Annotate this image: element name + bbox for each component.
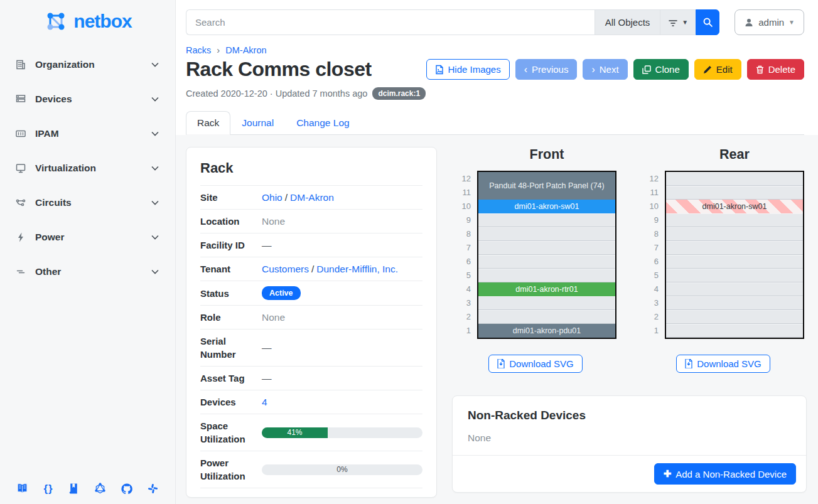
edit-button[interactable]: Edit bbox=[694, 59, 741, 80]
empty-rack-unit[interactable] bbox=[666, 310, 803, 324]
sidebar-item-circuits[interactable]: Circuits bbox=[9, 191, 166, 215]
journal-icon[interactable] bbox=[68, 483, 80, 495]
docs-book-icon[interactable] bbox=[16, 482, 29, 495]
attribute-link[interactable]: Dunder-Mifflin, Inc. bbox=[316, 264, 398, 274]
attribute-link[interactable]: DM-Akron bbox=[290, 192, 334, 203]
unit-number: 2 bbox=[642, 310, 659, 324]
rack-device[interactable]: dmi01-akron-pdu01 bbox=[478, 324, 615, 338]
empty-rack-unit[interactable] bbox=[478, 269, 615, 282]
rack-device[interactable]: dmi01-akron-sw01 bbox=[666, 200, 803, 213]
front-rack-diagram: Panduit 48-Port Patch Panel (74)dmi01-ak… bbox=[477, 171, 616, 339]
empty-rack-unit[interactable] bbox=[478, 310, 615, 324]
attribute-label: Tenant bbox=[200, 262, 262, 276]
slack-icon[interactable] bbox=[147, 483, 159, 495]
attribute-link[interactable]: Ohio bbox=[262, 192, 283, 203]
netbox-logo-icon bbox=[43, 9, 68, 34]
building-icon bbox=[15, 59, 26, 70]
sidebar-item-virtualization[interactable]: Virtualization bbox=[9, 156, 166, 180]
next-button[interactable]: › Next bbox=[583, 59, 627, 80]
api-braces-icon[interactable]: {} bbox=[43, 483, 53, 495]
chevron-down-icon bbox=[150, 232, 160, 242]
netbox-logo[interactable]: netbox bbox=[0, 0, 175, 48]
empty-rack-unit[interactable] bbox=[666, 186, 803, 200]
empty-rack-unit[interactable] bbox=[478, 213, 615, 227]
front-download-svg-button[interactable]: Download SVG bbox=[488, 355, 583, 373]
empty-rack-unit[interactable] bbox=[666, 255, 803, 269]
sidebar-item-devices[interactable]: Devices bbox=[9, 87, 166, 111]
empty-rack-unit[interactable] bbox=[666, 172, 803, 186]
clone-button[interactable]: Clone bbox=[633, 59, 689, 80]
page-header: All Objects ▼ bbox=[176, 0, 818, 135]
unit-number: 1 bbox=[455, 324, 471, 338]
rack-device[interactable]: dmi01-akron-rtr01 bbox=[478, 282, 615, 296]
unit-number: 3 bbox=[642, 296, 659, 310]
attribute-link[interactable]: 4 bbox=[262, 397, 267, 407]
attribute-label: Devices bbox=[200, 395, 262, 409]
github-icon[interactable] bbox=[121, 483, 133, 495]
sidebar-item-power[interactable]: Power bbox=[9, 225, 166, 249]
empty-rack-unit[interactable] bbox=[666, 213, 803, 227]
user-menu-button[interactable]: admin ▼ bbox=[735, 9, 804, 35]
file-download-icon bbox=[685, 359, 692, 368]
search-filter-button[interactable]: ▼ bbox=[660, 9, 696, 35]
breadcrumb-separator: › bbox=[217, 45, 220, 55]
tab-journal[interactable]: Journal bbox=[230, 111, 285, 135]
empty-rack-unit[interactable] bbox=[666, 227, 803, 241]
tab-change-log[interactable]: Change Log bbox=[285, 111, 360, 135]
unit-number: 12 bbox=[455, 172, 471, 186]
user-menu-label: admin bbox=[758, 17, 784, 28]
empty-rack-unit[interactable] bbox=[666, 324, 803, 338]
empty-rack-unit[interactable] bbox=[666, 269, 803, 282]
status-badge: Active bbox=[262, 286, 301, 300]
unit-number: 9 bbox=[455, 213, 471, 227]
search-scope-button[interactable]: All Objects bbox=[595, 9, 660, 35]
empty-rack-unit[interactable] bbox=[478, 255, 615, 269]
empty-rack-unit[interactable] bbox=[478, 296, 615, 310]
rack-device[interactable]: dmi01-akron-sw01 bbox=[478, 200, 615, 213]
unit-number: 11 bbox=[455, 186, 471, 200]
rack-device[interactable]: Panduit 48-Port Patch Panel (74) bbox=[478, 172, 615, 200]
utilization-value: 41% bbox=[287, 428, 302, 437]
delete-button[interactable]: Delete bbox=[747, 59, 804, 80]
attribute-label: Facility ID bbox=[200, 239, 262, 252]
lines-icon bbox=[15, 266, 26, 277]
attribute-link[interactable]: Customers bbox=[262, 264, 309, 274]
graphql-icon[interactable] bbox=[94, 483, 106, 495]
sidebar-item-label: Other bbox=[35, 266, 141, 277]
monitor-icon bbox=[15, 163, 26, 174]
left-column: Rack SiteOhio/DM-AkronLocationNoneFacili… bbox=[186, 147, 437, 504]
unit-number: 5 bbox=[642, 269, 659, 282]
sidebar-item-other[interactable]: Other bbox=[9, 260, 166, 284]
hide-images-button[interactable]: Hide Images bbox=[426, 59, 510, 80]
breadcrumb-link[interactable]: DM-Akron bbox=[225, 45, 266, 55]
search-input[interactable] bbox=[186, 9, 595, 35]
add-non-racked-device-button[interactable]: ✚ Add a Non-Racked Device bbox=[654, 463, 796, 485]
unit-number: 6 bbox=[642, 255, 659, 269]
plus-icon: ✚ bbox=[664, 468, 672, 480]
transit-icon bbox=[15, 197, 26, 208]
sidebar-item-ipam[interactable]: IPAM bbox=[9, 122, 166, 146]
rear-elevation: Rear 121110987654321 dmi01-akron-sw01 bbox=[642, 147, 804, 373]
utilization-bar: 41% bbox=[262, 427, 422, 438]
sidebar-item-organization[interactable]: Organization bbox=[9, 53, 166, 77]
rear-elevation-title: Rear bbox=[665, 147, 804, 163]
empty-rack-unit[interactable] bbox=[478, 227, 615, 241]
unit-number: 10 bbox=[455, 200, 471, 213]
image-file-icon bbox=[435, 65, 444, 75]
tab-rack[interactable]: Rack bbox=[186, 111, 230, 135]
previous-button[interactable]: ‹ Previous bbox=[515, 59, 578, 80]
breadcrumb-link[interactable]: Racks bbox=[186, 45, 211, 55]
unit-number: 9 bbox=[642, 213, 659, 227]
search-submit-button[interactable] bbox=[696, 9, 719, 35]
empty-rack-unit[interactable] bbox=[478, 241, 615, 255]
attribute-label: Power Utilization bbox=[200, 456, 262, 483]
tab-bar: RackJournalChange Log bbox=[186, 111, 804, 135]
empty-rack-unit[interactable] bbox=[666, 282, 803, 296]
attribute-label: Asset Tag bbox=[200, 372, 262, 385]
rear-download-svg-button[interactable]: Download SVG bbox=[676, 355, 770, 373]
empty-rack-unit[interactable] bbox=[666, 241, 803, 255]
empty-rack-unit[interactable] bbox=[666, 296, 803, 310]
chevron-down-icon bbox=[150, 163, 160, 173]
rack-attribute-row: Devices4 bbox=[200, 390, 422, 414]
unit-number: 7 bbox=[642, 241, 659, 255]
